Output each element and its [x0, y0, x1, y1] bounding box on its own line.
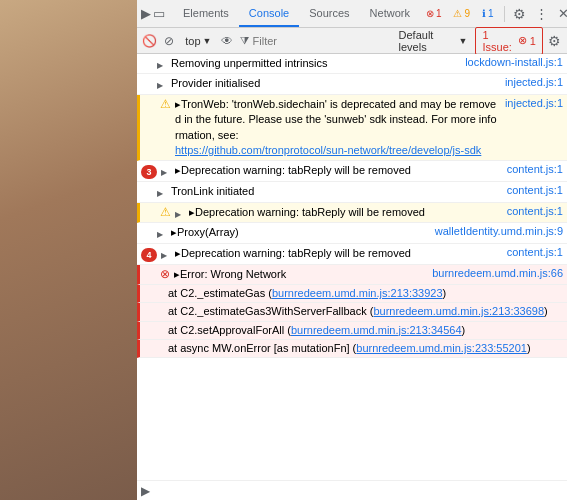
log-source-provider[interactable]: injected.js:1 [497, 76, 563, 88]
info-count: 1 [488, 8, 494, 19]
log-text-provider: Provider initialised [171, 76, 497, 91]
log-levels-label: Default levels [399, 29, 457, 53]
error-badge[interactable]: ⊗ 1 [422, 7, 446, 20]
console-log-area: Removing unpermitted intrinsics lockdown… [137, 54, 567, 480]
expand-arrow-removing[interactable] [157, 58, 169, 70]
log-source-proxy[interactable]: walletIdentity.umd.min.js:9 [427, 225, 563, 237]
log-entry-provider: Provider initialised injected.js:1 [137, 74, 567, 94]
log-source-removing[interactable]: lockdown-install.js:1 [457, 56, 563, 68]
log-entry-tronweb: ⚠ ▸TronWeb: 'tronWeb.sidechain' is depre… [137, 95, 567, 162]
stack-text-3: at C2.setApprovalForAll (burnredeem.umd.… [168, 323, 563, 338]
log-source-dep-warn[interactable]: content.js:1 [499, 205, 563, 217]
log-content-error: ▸Error: Wrong Network [174, 267, 424, 282]
log-source-dep4[interactable]: content.js:1 [499, 246, 563, 258]
log-text-dep-warn: ▸Deprecation warning: tabReply will be r… [189, 205, 499, 220]
eye-icon[interactable]: 👁 [219, 32, 235, 50]
stack-trace-2: at C2._estimateGas3WithServerFallback (b… [137, 303, 567, 321]
console-input-field[interactable] [154, 485, 563, 497]
expand-arrow-tronlink[interactable] [157, 186, 169, 198]
tab-bar: Elements Console Sources Network [173, 0, 420, 27]
warn-icon-tronweb: ⚠ [160, 97, 171, 111]
toolbar-separator-2 [504, 6, 505, 22]
tab-elements[interactable]: Elements [173, 0, 239, 27]
log-entry-error: ⊗ ▸Error: Wrong Network burnredeem.umd.m… [137, 265, 567, 285]
devtools-toolbar: ▶ ▭ Elements Console Sources Network ⊗ 1… [137, 0, 567, 28]
filter-icon: ⧩ [240, 34, 249, 47]
log-entry-deprecation-count-3: 3 ▸Deprecation warning: tabReply will be… [137, 161, 567, 182]
log-source-tronlink[interactable]: content.js:1 [499, 184, 563, 196]
log-entry-deprecation-count-4: 4 ▸Deprecation warning: tabReply will be… [137, 244, 567, 265]
info-circle-icon: ℹ [482, 8, 486, 19]
info-badge[interactable]: ℹ 1 [478, 7, 498, 20]
issue-count: 1 [530, 35, 536, 47]
sidebar-bg-image [0, 0, 137, 500]
more-options-icon[interactable]: ⋮ [533, 5, 551, 23]
filter-section: ⧩ [240, 34, 391, 47]
log-text-proxy: ▸Proxy(Array) [171, 225, 427, 240]
error-icon-wrong-network: ⊗ [160, 267, 170, 281]
tab-sources[interactable]: Sources [299, 0, 359, 27]
console-prompt-icon: ▶ [141, 484, 150, 498]
log-entry-deprecation-warn: ⚠ ▸Deprecation warning: tabReply will be… [137, 203, 567, 223]
cursor-icon[interactable]: ▶ [141, 5, 151, 23]
warning-triangle-icon: ⚠ [453, 8, 462, 19]
close-icon[interactable]: ✕ [555, 5, 567, 23]
log-text-removing: Removing unpermitted intrinsics [171, 56, 457, 71]
warn-icon-dep: ⚠ [160, 205, 171, 219]
console-settings-icon[interactable]: ⊘ [161, 32, 177, 50]
expand-arrow-dep4[interactable] [161, 248, 173, 260]
log-text-tronweb: ▸TronWeb: 'tronWeb.sidechain' is depreca… [175, 97, 497, 159]
console-gear-icon[interactable]: ⚙ [547, 32, 563, 50]
console-sub-toolbar: 🚫 ⊘ top ▼ 👁 ⧩ Default levels ▼ 1 Issue: … [137, 28, 567, 54]
console-input-row: ▶ [137, 480, 567, 500]
log-entry-proxy: ▸Proxy(Array) walletIdentity.umd.min.js:… [137, 223, 567, 243]
clear-console-button[interactable]: 🚫 [141, 32, 157, 50]
log-entry-removing: Removing unpermitted intrinsics lockdown… [137, 54, 567, 74]
log-text-dep4: ▸Deprecation warning: tabReply will be r… [175, 246, 499, 261]
error-circle-icon: ⊗ [426, 8, 434, 19]
entry-count-badge-3: 3 [141, 165, 157, 179]
error-count: 1 [436, 8, 442, 19]
expand-arrow-provider[interactable] [157, 78, 169, 90]
warning-count: 9 [464, 8, 470, 19]
stack-link-4[interactable]: burnredeem.umd.min.js:233:55201 [356, 342, 527, 354]
filter-input[interactable] [253, 35, 391, 47]
stack-text-4: at async MW.onError [as mutationFn] (bur… [168, 341, 563, 356]
stack-text-1: at C2._estimateGas (burnredeem.umd.min.j… [168, 286, 563, 301]
context-chevron-icon: ▼ [203, 36, 212, 46]
tronweb-message: ▸TronWeb: 'tronWeb.sidechain' is depreca… [175, 98, 497, 141]
tab-console[interactable]: Console [239, 0, 299, 27]
devtools-panel: ▶ ▭ Elements Console Sources Network ⊗ 1… [137, 0, 567, 500]
device-icon[interactable]: ▭ [153, 5, 165, 23]
context-label: top [185, 35, 200, 47]
log-levels-selector[interactable]: Default levels ▼ [395, 27, 472, 55]
expand-arrow-proxy[interactable] [157, 227, 169, 239]
page-layout: ▶ ▭ Elements Console Sources Network ⊗ 1… [0, 0, 567, 500]
log-text-tronlink: TronLink initiated [171, 184, 499, 199]
toolbar-right: ⊗ 1 ⚠ 9 ℹ 1 ⚙ ⋮ ✕ [422, 5, 567, 23]
issue-error-icon: ⊗ [518, 34, 527, 47]
stack-link-2[interactable]: burnredeem.umd.min.js:213:33698 [373, 305, 544, 317]
issue-label: 1 Issue: [482, 29, 514, 53]
stack-trace-1: at C2._estimateGas (burnredeem.umd.min.j… [137, 285, 567, 303]
log-source-dep3[interactable]: content.js:1 [499, 163, 563, 175]
sidebar-thumbnail [0, 0, 137, 500]
log-entry-tronlink: TronLink initiated content.js:1 [137, 182, 567, 202]
settings-icon[interactable]: ⚙ [511, 5, 529, 23]
stack-link-3[interactable]: burnredeem.umd.min.js:213:34564 [291, 324, 462, 336]
expand-arrow-dep-warn[interactable] [175, 207, 187, 219]
context-selector[interactable]: top ▼ [181, 33, 215, 49]
log-text-dep3: ▸Deprecation warning: tabReply will be r… [175, 163, 499, 178]
stack-text-2: at C2._estimateGas3WithServerFallback (b… [168, 304, 563, 319]
stack-link-1[interactable]: burnredeem.umd.min.js:213:33923 [272, 287, 443, 299]
warning-badge[interactable]: ⚠ 9 [449, 7, 474, 20]
log-source-tronweb[interactable]: injected.js:1 [497, 97, 563, 109]
stack-trace-3: at C2.setApprovalForAll (burnredeem.umd.… [137, 322, 567, 340]
issue-badge[interactable]: 1 Issue: ⊗ 1 [475, 27, 542, 55]
expand-arrow-dep3[interactable] [161, 165, 173, 177]
tronweb-link[interactable]: https://github.com/tronprotocol/sun-netw… [175, 144, 481, 156]
tab-network[interactable]: Network [360, 0, 420, 27]
log-levels-chevron-icon: ▼ [459, 36, 468, 46]
log-source-error[interactable]: burnredeem.umd.min.js:66 [424, 267, 563, 279]
stack-trace-4: at async MW.onError [as mutationFn] (bur… [137, 340, 567, 358]
